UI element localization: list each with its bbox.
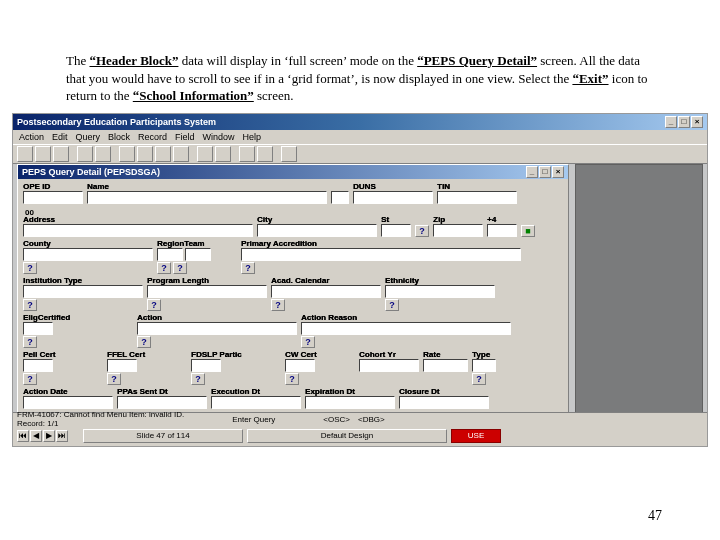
app-title: Postsecondary Education Participants Sys… — [17, 117, 216, 127]
toolbar-btn-6[interactable] — [119, 146, 135, 162]
outer-titlebar: Postsecondary Education Participants Sys… — [13, 114, 707, 130]
toolbar-btn-11[interactable] — [215, 146, 231, 162]
toolbar-btn-4[interactable] — [77, 146, 93, 162]
input-fdslp[interactable] — [191, 359, 221, 372]
help-icon-county[interactable]: ? — [23, 262, 37, 274]
label-cw-cert: CW Cert — [285, 350, 355, 359]
child-close-button[interactable]: × — [552, 166, 564, 178]
toolbar-btn-2[interactable] — [35, 146, 51, 162]
presentation-tabbar: ⏮ ◀ ▶ ⏭ Slide 47 of 114 Default Design U… — [13, 426, 707, 446]
menu-edit[interactable]: Edit — [52, 132, 68, 142]
input-region[interactable] — [157, 248, 183, 261]
help-icon-fdslp[interactable]: ? — [191, 373, 205, 385]
input-inst-type[interactable] — [23, 285, 143, 298]
help-icon-elig-cert[interactable]: ? — [23, 336, 37, 348]
input-execution-dt[interactable] — [211, 396, 301, 409]
input-pell-cert[interactable] — [23, 359, 53, 372]
input-ope-id[interactable] — [23, 191, 83, 204]
label-name: Name — [87, 182, 327, 191]
input-tin[interactable] — [437, 191, 517, 204]
input-team[interactable] — [185, 248, 211, 261]
help-icon-ethnicity[interactable]: ? — [385, 299, 399, 311]
label-city: City — [257, 215, 377, 224]
help-icon-action-reason[interactable]: ? — [301, 336, 315, 348]
toolbar-btn-5[interactable] — [95, 146, 111, 162]
input-ppas-sent[interactable] — [117, 396, 207, 409]
help-icon-team[interactable]: ? — [173, 262, 187, 274]
tab-nav-first[interactable]: ⏮ — [17, 430, 29, 442]
status-bar: FRM-41067: Cannot find Menu Item: invali… — [13, 412, 707, 426]
label-oo: 00 — [25, 208, 85, 217]
input-county[interactable] — [23, 248, 153, 261]
toolbar-btn-1[interactable] — [17, 146, 33, 162]
input-zip[interactable] — [433, 224, 483, 237]
input-primary-accredition[interactable] — [241, 248, 521, 261]
menu-query[interactable]: Query — [76, 132, 101, 142]
input-elig-cert[interactable] — [23, 322, 53, 335]
input-ext1[interactable] — [331, 191, 349, 204]
input-cohort-yr[interactable] — [359, 359, 419, 372]
tab-design: Default Design — [247, 429, 447, 443]
label-action-reason: Action Reason — [301, 313, 511, 322]
help-icon-action[interactable]: ? — [137, 336, 151, 348]
toolbar-btn-7[interactable] — [137, 146, 153, 162]
toolbar — [13, 144, 707, 164]
input-type[interactable] — [472, 359, 496, 372]
help-icon-pell[interactable]: ? — [23, 373, 37, 385]
child-maximize-button[interactable]: □ — [539, 166, 551, 178]
input-plus4[interactable] — [487, 224, 517, 237]
minimize-button[interactable]: _ — [665, 116, 677, 128]
input-ethnicity[interactable] — [385, 285, 495, 298]
menu-block[interactable]: Block — [108, 132, 130, 142]
tab-nav-prev[interactable]: ◀ — [30, 430, 42, 442]
help-icon-cw[interactable]: ? — [285, 373, 299, 385]
toolbar-btn-13[interactable] — [257, 146, 273, 162]
toolbar-btn-12[interactable] — [239, 146, 255, 162]
input-cw-cert[interactable] — [285, 359, 315, 372]
input-name[interactable] — [87, 191, 327, 204]
window-controls: _ □ × — [665, 116, 703, 128]
label-action-date: Action Date — [23, 387, 113, 396]
input-ffel-cert[interactable] — [107, 359, 137, 372]
child-titlebar: PEPS Query Detail (PEPSDSGA) _ □ × — [18, 165, 568, 179]
toolbar-btn-8[interactable] — [155, 146, 171, 162]
input-prog-length[interactable] — [147, 285, 267, 298]
input-action-date[interactable] — [23, 396, 113, 409]
child-minimize-button[interactable]: _ — [526, 166, 538, 178]
tab-nav-last[interactable]: ⏭ — [56, 430, 68, 442]
close-button[interactable]: × — [691, 116, 703, 128]
help-icon-ffel[interactable]: ? — [107, 373, 121, 385]
menu-action[interactable]: Action — [19, 132, 44, 142]
help-icon-type[interactable]: ? — [472, 373, 486, 385]
input-st[interactable] — [381, 224, 411, 237]
menu-window[interactable]: Window — [203, 132, 235, 142]
help-icon-acad-cal[interactable]: ? — [271, 299, 285, 311]
menu-record[interactable]: Record — [138, 132, 167, 142]
help-icon-inst-type[interactable]: ? — [23, 299, 37, 311]
maximize-button[interactable]: □ — [678, 116, 690, 128]
menubar: Action Edit Query Block Record Field Win… — [13, 130, 707, 144]
help-icon-prog-length[interactable]: ? — [147, 299, 161, 311]
input-rate[interactable] — [423, 359, 468, 372]
help-icon-accred[interactable]: ? — [241, 262, 255, 274]
help-icon-st[interactable]: ? — [415, 225, 429, 237]
input-city[interactable] — [257, 224, 377, 237]
input-action[interactable] — [137, 322, 297, 335]
help-icon-region[interactable]: ? — [157, 262, 171, 274]
toolbar-exit-icon[interactable] — [281, 146, 297, 162]
input-action-reason[interactable] — [301, 322, 511, 335]
input-closure-dt[interactable] — [399, 396, 489, 409]
input-acad-cal[interactable] — [271, 285, 381, 298]
input-expiration-dt[interactable] — [305, 396, 395, 409]
menu-field[interactable]: Field — [175, 132, 195, 142]
input-address[interactable] — [23, 224, 253, 237]
input-duns[interactable] — [353, 191, 433, 204]
label-duns: DUNS — [353, 182, 433, 191]
menu-help[interactable]: Help — [243, 132, 262, 142]
toolbar-btn-9[interactable] — [173, 146, 189, 162]
toolbar-btn-3[interactable] — [53, 146, 69, 162]
help-icon-zip[interactable]: ■ — [521, 225, 535, 237]
tab-nav-next[interactable]: ▶ — [43, 430, 55, 442]
toolbar-btn-10[interactable] — [197, 146, 213, 162]
side-panel — [575, 164, 703, 414]
